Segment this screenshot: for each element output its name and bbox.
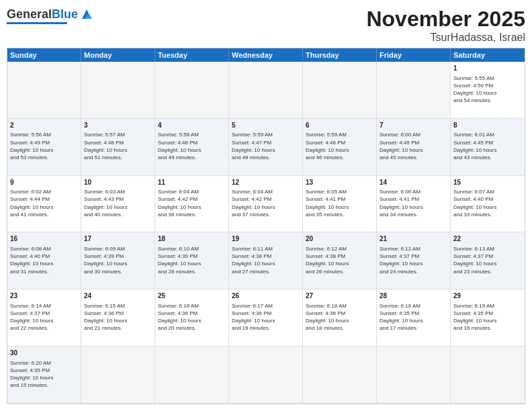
cell-date-number: 11 (158, 178, 226, 187)
cell-date-number: 29 (453, 291, 522, 301)
logo-text: GeneralBlue (7, 8, 78, 20)
calendar-cell: 6Sunrise: 5:59 AM Sunset: 4:46 PM Daylig… (303, 119, 377, 176)
logo-general: General (7, 7, 52, 21)
calendar-cell: 2Sunrise: 5:56 AM Sunset: 4:49 PM Daylig… (7, 119, 81, 176)
cell-date-number: 20 (306, 234, 373, 244)
calendar-cell: 5Sunrise: 5:59 AM Sunset: 4:47 PM Daylig… (229, 119, 303, 176)
calendar-cell: 12Sunrise: 6:04 AM Sunset: 4:42 PM Dayli… (229, 176, 303, 233)
calendar-cell: 4Sunrise: 5:58 AM Sunset: 4:48 PM Daylig… (155, 119, 229, 176)
day-header-wednesday: Wednesday (229, 48, 303, 62)
cell-info: Sunrise: 5:58 AM Sunset: 4:48 PM Dayligh… (158, 131, 226, 161)
calendar-cell: 15Sunrise: 6:07 AM Sunset: 4:40 PM Dayli… (451, 176, 525, 233)
calendar-cell: 10Sunrise: 6:03 AM Sunset: 4:43 PM Dayli… (81, 176, 155, 233)
calendar-cell: 13Sunrise: 6:05 AM Sunset: 4:41 PM Dayli… (303, 176, 377, 233)
cell-info: Sunrise: 6:14 AM Sunset: 4:37 PM Dayligh… (10, 302, 78, 332)
cell-info: Sunrise: 5:56 AM Sunset: 4:49 PM Dayligh… (10, 131, 78, 161)
calendar-cell: 21Sunrise: 6:12 AM Sunset: 4:37 PM Dayli… (377, 232, 451, 289)
cell-info: Sunrise: 6:02 AM Sunset: 4:44 PM Dayligh… (10, 188, 78, 218)
cell-date-number: 25 (158, 291, 226, 301)
calendar-cell (81, 62, 155, 119)
cell-date-number: 26 (232, 291, 300, 301)
day-header-friday: Friday (377, 48, 451, 62)
cell-date-number: 4 (158, 121, 226, 130)
cell-info: Sunrise: 6:20 AM Sunset: 4:35 PM Dayligh… (10, 359, 78, 390)
day-headers: SundayMondayTuesdayWednesdayThursdayFrid… (7, 48, 525, 62)
calendar-cell: 3Sunrise: 5:57 AM Sunset: 4:48 PM Daylig… (81, 119, 155, 176)
cell-info: Sunrise: 6:03 AM Sunset: 4:43 PM Dayligh… (84, 188, 152, 218)
logo: GeneralBlue (7, 7, 94, 24)
cell-info: Sunrise: 6:16 AM Sunset: 4:36 PM Dayligh… (158, 302, 226, 332)
calendar-cell: 20Sunrise: 6:12 AM Sunset: 4:38 PM Dayli… (303, 232, 377, 289)
cell-date-number: 28 (380, 291, 447, 301)
calendar-cell (229, 62, 303, 119)
cell-info: Sunrise: 6:07 AM Sunset: 4:40 PM Dayligh… (453, 188, 522, 218)
cell-info: Sunrise: 6:18 AM Sunset: 4:36 PM Dayligh… (306, 302, 373, 332)
cell-info: Sunrise: 6:04 AM Sunset: 4:42 PM Dayligh… (232, 188, 300, 218)
calendar-grid: 1Sunrise: 5:55 AM Sunset: 4:50 PM Daylig… (7, 62, 525, 404)
cell-date-number: 16 (10, 234, 78, 244)
cell-date-number: 22 (453, 234, 522, 244)
title-block: November 2025 TsurHadassa, Israel (366, 7, 525, 44)
calendar-cell (303, 347, 377, 404)
logo-underline (7, 22, 67, 24)
cell-date-number: 5 (232, 121, 300, 130)
cell-info: Sunrise: 6:19 AM Sunset: 4:35 PM Dayligh… (453, 302, 522, 332)
cell-date-number: 19 (232, 234, 300, 244)
cell-date-number: 7 (380, 121, 447, 130)
cell-info: Sunrise: 5:59 AM Sunset: 4:47 PM Dayligh… (232, 131, 300, 161)
calendar-cell: 18Sunrise: 6:10 AM Sunset: 4:39 PM Dayli… (155, 232, 229, 289)
header: GeneralBlue November 2025 TsurHadassa, I… (7, 7, 525, 44)
calendar: SundayMondayTuesdayWednesdayThursdayFrid… (7, 48, 525, 404)
cell-info: Sunrise: 6:01 AM Sunset: 4:45 PM Dayligh… (453, 131, 522, 161)
calendar-cell: 24Sunrise: 6:15 AM Sunset: 4:36 PM Dayli… (81, 289, 155, 347)
cell-info: Sunrise: 6:04 AM Sunset: 4:42 PM Dayligh… (158, 188, 226, 218)
calendar-cell: 14Sunrise: 6:06 AM Sunset: 4:41 PM Dayli… (377, 176, 451, 233)
page: GeneralBlue November 2025 TsurHadassa, I… (0, 0, 532, 411)
calendar-cell: 9Sunrise: 6:02 AM Sunset: 4:44 PM Daylig… (7, 176, 81, 233)
cell-info: Sunrise: 6:10 AM Sunset: 4:39 PM Dayligh… (158, 245, 226, 275)
cell-date-number: 30 (10, 349, 78, 358)
cell-date-number: 24 (84, 291, 152, 301)
calendar-cell (377, 62, 451, 119)
cell-info: Sunrise: 6:17 AM Sunset: 4:36 PM Dayligh… (232, 302, 300, 332)
day-header-tuesday: Tuesday (155, 48, 229, 62)
logo-icon (79, 7, 94, 21)
day-header-monday: Monday (81, 48, 155, 62)
day-header-saturday: Saturday (451, 48, 525, 62)
calendar-cell: 29Sunrise: 6:19 AM Sunset: 4:35 PM Dayli… (451, 289, 525, 347)
cell-info: Sunrise: 6:08 AM Sunset: 4:40 PM Dayligh… (10, 245, 78, 275)
cell-date-number: 18 (158, 234, 226, 244)
cell-info: Sunrise: 5:55 AM Sunset: 4:50 PM Dayligh… (453, 75, 522, 105)
calendar-cell: 1Sunrise: 5:55 AM Sunset: 4:50 PM Daylig… (451, 62, 525, 119)
calendar-cell (155, 62, 229, 119)
cell-date-number: 6 (306, 121, 373, 130)
cell-date-number: 13 (306, 178, 373, 187)
cell-date-number: 3 (84, 121, 152, 130)
calendar-cell (303, 62, 377, 119)
day-header-sunday: Sunday (7, 48, 81, 62)
calendar-cell: 7Sunrise: 6:00 AM Sunset: 4:45 PM Daylig… (377, 119, 451, 176)
cell-date-number: 8 (453, 121, 522, 130)
calendar-cell: 16Sunrise: 6:08 AM Sunset: 4:40 PM Dayli… (7, 232, 81, 289)
cell-date-number: 17 (84, 234, 152, 244)
calendar-cell (7, 62, 81, 119)
calendar-cell: 30Sunrise: 6:20 AM Sunset: 4:35 PM Dayli… (7, 347, 81, 404)
calendar-cell: 19Sunrise: 6:11 AM Sunset: 4:38 PM Dayli… (229, 232, 303, 289)
cell-info: Sunrise: 6:05 AM Sunset: 4:41 PM Dayligh… (306, 188, 373, 218)
cell-info: Sunrise: 6:06 AM Sunset: 4:41 PM Dayligh… (380, 188, 447, 218)
calendar-cell: 8Sunrise: 6:01 AM Sunset: 4:45 PM Daylig… (451, 119, 525, 176)
calendar-cell: 26Sunrise: 6:17 AM Sunset: 4:36 PM Dayli… (229, 289, 303, 347)
cell-date-number: 23 (10, 291, 78, 301)
cell-info: Sunrise: 6:12 AM Sunset: 4:38 PM Dayligh… (306, 245, 373, 275)
calendar-cell: 25Sunrise: 6:16 AM Sunset: 4:36 PM Dayli… (155, 289, 229, 347)
cell-date-number: 2 (10, 121, 78, 130)
cell-info: Sunrise: 6:00 AM Sunset: 4:45 PM Dayligh… (380, 131, 447, 161)
calendar-cell (377, 347, 451, 404)
calendar-cell: 23Sunrise: 6:14 AM Sunset: 4:37 PM Dayli… (7, 289, 81, 347)
cell-info: Sunrise: 6:13 AM Sunset: 4:37 PM Dayligh… (453, 245, 522, 275)
cell-date-number: 9 (10, 178, 78, 187)
calendar-cell (81, 347, 155, 404)
calendar-cell (451, 347, 525, 404)
cell-info: Sunrise: 6:18 AM Sunset: 4:35 PM Dayligh… (380, 302, 447, 332)
logo-blue: Blue (52, 7, 78, 21)
